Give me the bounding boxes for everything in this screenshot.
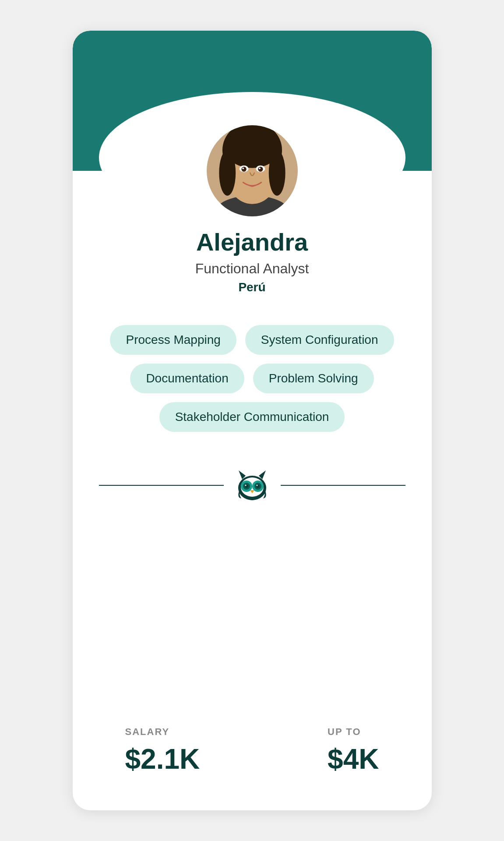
card-body: Alejandra Functional Analyst Perú Proces…: [73, 228, 432, 810]
person-location: Perú: [238, 280, 265, 294]
svg-point-7: [225, 131, 279, 168]
svg-point-22: [245, 485, 246, 486]
salary-label: SALARY: [125, 726, 170, 738]
owl-logo: [233, 467, 272, 502]
person-title: Functional Analyst: [195, 261, 309, 277]
skill-badge-documentation: Documentation: [130, 364, 244, 393]
salary-value: $2.1K: [125, 743, 200, 775]
svg-point-13: [259, 167, 261, 169]
svg-point-23: [256, 485, 257, 486]
skill-badge-problem-solving: Problem Solving: [253, 364, 374, 393]
skills-container: Process Mapping System Configuration Doc…: [99, 325, 405, 432]
owl-icon: [224, 467, 281, 504]
svg-point-11: [258, 167, 263, 172]
card-header: [73, 31, 432, 171]
upto-label: UP TO: [328, 726, 361, 738]
profile-card: Alejandra Functional Analyst Perú Proces…: [73, 31, 432, 810]
upto-block: UP TO $4K: [328, 726, 379, 775]
skill-badge-stakeholder-communication: Stakeholder Communication: [159, 402, 345, 432]
svg-point-10: [241, 167, 246, 172]
divider-section: [99, 467, 405, 504]
upto-value: $4K: [328, 743, 379, 775]
avatar-container: [204, 123, 300, 219]
salary-section: SALARY $2.1K UP TO $4K: [99, 726, 405, 810]
skill-badge-system-configuration: System Configuration: [245, 325, 394, 355]
salary-block: SALARY $2.1K: [125, 726, 200, 775]
skill-badge-process-mapping: Process Mapping: [110, 325, 236, 355]
avatar: [204, 123, 300, 219]
avatar-image: [207, 125, 298, 216]
person-name: Alejandra: [196, 228, 308, 256]
svg-point-12: [242, 167, 244, 169]
